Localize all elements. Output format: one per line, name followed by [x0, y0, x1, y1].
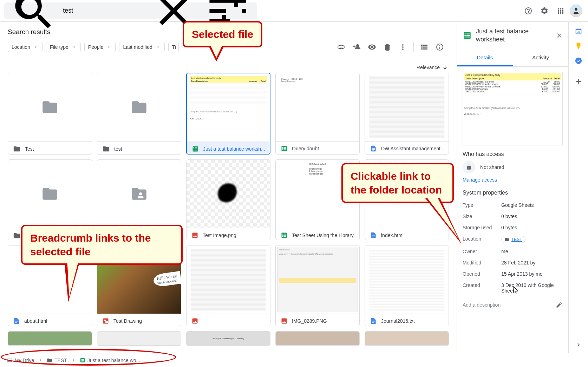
share-button[interactable] [349, 40, 364, 54]
delete-button[interactable] [380, 40, 394, 54]
prop-val: 0 bytes [501, 214, 563, 219]
annotation-breadcrumb: Breadcrumb links to the selected file [21, 225, 183, 265]
breadcrumb-current[interactable]: Just a test balance wo... [80, 358, 140, 363]
filter-location[interactable]: Location [8, 42, 43, 52]
settings-button[interactable] [537, 4, 551, 18]
file-tile[interactable]: Test Image.png [186, 159, 270, 241]
breadcrumb-root[interactable]: My Drive [7, 358, 34, 363]
docs-icon [370, 317, 377, 325]
sheets-icon [281, 232, 288, 239]
search-box[interactable] [4, 2, 257, 19]
sort-arrow-icon [442, 64, 448, 71]
breadcrumb-folder[interactable]: TEST [47, 358, 67, 363]
prop-val: 28 Feb 2021 by [501, 260, 563, 266]
account-avatar[interactable] [570, 5, 582, 17]
file-tile[interactable] [275, 331, 360, 346]
apps-button[interactable] [554, 4, 568, 18]
prop-key: Storage used [463, 225, 501, 230]
file-tile[interactable]: Inbox (1434 messages, 2 unread) [186, 331, 270, 346]
file-name: Query doubt [292, 146, 319, 151]
chevron-right-icon [575, 341, 582, 348]
folder-icon [129, 98, 150, 116]
file-tile-selected[interactable]: Just a test spreadsheet by Andy Date Des… [186, 73, 270, 155]
chevron-right-icon [71, 358, 76, 363]
close-panel-button[interactable] [556, 32, 563, 39]
breadcrumb: My Drive TEST Just a test balance wo... [0, 353, 588, 367]
results-grid: Test test Just a test spreadsheet by And… [0, 73, 457, 353]
tasks-addon-icon[interactable] [575, 57, 582, 65]
file-name: Test Image.png [203, 232, 236, 238]
get-link-button[interactable] [334, 40, 348, 54]
file-name: DW Assistant management... [381, 146, 445, 151]
file-tile[interactable] [97, 331, 181, 346]
filter-more[interactable]: Ti [168, 42, 179, 52]
folder-icon [504, 237, 509, 242]
folder-icon [39, 185, 60, 203]
tab-activity[interactable]: Activity [513, 50, 569, 66]
edit-description-button[interactable] [556, 301, 563, 308]
image-icon [281, 317, 288, 325]
folder-icon [102, 145, 110, 153]
props-heading: System properties [463, 190, 563, 196]
file-tile[interactable]: Journal2016.txt [365, 245, 449, 326]
file-name: Test Sheet Using the Library [292, 232, 354, 238]
details-toggle-button[interactable] [433, 40, 447, 54]
prop-val: me [501, 249, 563, 254]
prop-val: 15 Apr 2013 by me [501, 271, 563, 277]
sort-dropdown[interactable]: Relevance [0, 60, 457, 73]
collapse-rail-button[interactable] [570, 337, 587, 353]
image-icon [191, 317, 198, 325]
preview-button[interactable] [365, 40, 379, 54]
lock-icon [463, 161, 475, 173]
description-placeholder: Add a description [463, 302, 501, 308]
prop-key: Created [463, 282, 501, 294]
view-toggle-button[interactable] [417, 40, 431, 54]
prop-val: 0 bytes [501, 225, 563, 230]
help-button[interactable] [521, 4, 535, 18]
folder-icon [39, 98, 60, 116]
file-name: test [114, 146, 122, 152]
file-tile[interactable]: stackoverflowUsing proxy in .htaccess he… [275, 245, 360, 326]
calendar-addon-icon[interactable] [575, 27, 582, 35]
tab-details[interactable]: Details [457, 50, 513, 66]
file-name: Test [25, 146, 34, 152]
filter-people[interactable]: People [84, 42, 116, 52]
access-status: Not shared [480, 164, 504, 170]
folder-icon [13, 145, 21, 153]
topbar [0, 0, 588, 22]
more-actions-button[interactable] [396, 40, 410, 54]
file-tile[interactable]: DW Assistant management... [365, 73, 449, 155]
access-heading: Who has access [463, 151, 563, 157]
file-preview[interactable]: Just a test spreadsheet by Andy Date Des… [463, 72, 563, 145]
file-tile[interactable] [8, 331, 92, 346]
file-name: Just a test balance worksh... [203, 146, 265, 152]
prop-key: Type [463, 202, 501, 208]
file-tile[interactable]: Test [8, 73, 92, 155]
docs-icon [370, 232, 377, 239]
file-tile[interactable] [365, 331, 449, 346]
manage-access-link[interactable]: Manage access [463, 177, 563, 183]
sheets-icon [80, 358, 85, 363]
file-name: IMG_0289.PNG [292, 318, 327, 324]
location-link[interactable]: TEST [501, 236, 525, 243]
prop-key: Owner [463, 249, 501, 254]
search-input[interactable] [63, 7, 144, 14]
filter-filetype[interactable]: File type [46, 42, 81, 52]
keep-addon-icon[interactable] [575, 42, 582, 50]
docs-icon [13, 317, 20, 325]
file-tile[interactable]: Charges 28.23 288Grand Balance Query dou… [275, 73, 360, 155]
file-tile[interactable] [186, 245, 270, 326]
svg-point-12 [575, 8, 577, 10]
folder-icon [47, 358, 52, 363]
add-addon-button[interactable] [575, 78, 582, 85]
sheets-icon [281, 145, 288, 152]
sheets-icon [192, 145, 199, 152]
prop-key: Opened [463, 271, 501, 277]
annotation-selected-file: Selected file [183, 21, 262, 47]
filter-lastmodified[interactable]: Last modified [119, 42, 164, 52]
prop-key: Modified [463, 260, 501, 266]
sheets-icon [463, 31, 472, 40]
file-tile[interactable]: test [97, 73, 181, 155]
side-rail [568, 22, 588, 353]
folder-icon [13, 232, 21, 240]
